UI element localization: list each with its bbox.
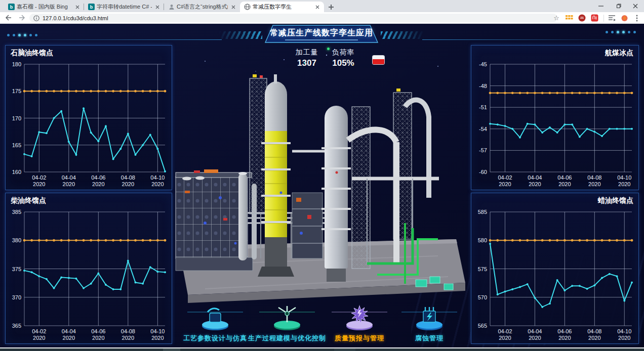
jetfuel-freezing-chart[interactable]: -60-57-54-51-48-4504-02202004-04202004-0…	[472, 59, 638, 189]
browser-window: 嘉石榴 - 国内版 Bing 字符串转datetime C# - 国内版 B C…	[0, 0, 644, 351]
svg-text:-48: -48	[479, 83, 487, 89]
diesel-endpoint-chart[interactable]: 36537037538038504-02202004-04202004-0620…	[6, 207, 171, 343]
svg-text:570: 570	[478, 294, 487, 300]
svg-text:04-06: 04-06	[91, 328, 105, 334]
windows-taskbar-edge[interactable]	[0, 348, 644, 351]
minimize-button[interactable]	[592, 0, 610, 12]
close-window-button[interactable]	[627, 0, 644, 12]
panel-jetfuel-freezing-point: 航煤冰点 -60-57-54-51-48-4504-02202004-04202…	[471, 45, 639, 190]
svg-text:-60: -60	[479, 169, 487, 175]
address-bar[interactable]: 127.0.0.1/cdu3d/cdu3.html	[29, 14, 557, 22]
panel-naphtha-endpoint: 石脑油终馏点 16016517017518004-02202004-042020…	[5, 45, 172, 190]
header-hatch-left	[219, 31, 262, 39]
bing-favicon	[88, 4, 95, 10]
digital-twin-dashboard: 常减压生产线数字孪生应用 加工量 1307 负荷率 105%	[0, 24, 644, 347]
svg-text:-51: -51	[479, 104, 487, 110]
svg-text:04-06: 04-06	[557, 328, 572, 334]
page-title: 常减压生产线数字孪生应用	[265, 28, 378, 38]
svg-text:04-04: 04-04	[62, 174, 76, 181]
panel-title: 柴油终馏点	[6, 193, 172, 206]
panel-diesel-endpoint: 柴油终馏点 36537037538038504-02202004-0420200…	[5, 193, 172, 344]
svg-text:04-04: 04-04	[528, 328, 542, 334]
svg-text:165: 165	[12, 142, 21, 148]
svg-text:04-08: 04-08	[587, 328, 601, 334]
panel-title: 航煤冰点	[471, 46, 638, 59]
back-button[interactable]	[2, 13, 14, 23]
svg-text:2020: 2020	[618, 181, 630, 187]
svg-text:160: 160	[12, 169, 21, 175]
csdn-favicon	[168, 4, 175, 10]
svg-text:2020: 2020	[529, 335, 541, 341]
svg-text:04-10: 04-10	[617, 328, 631, 334]
extension-flame-icon[interactable]	[619, 13, 630, 23]
svg-text:2020: 2020	[92, 181, 104, 187]
bookmark-star-icon[interactable]: ☆	[551, 13, 562, 23]
svg-text:2020: 2020	[499, 181, 511, 187]
tab-close-icon[interactable]	[74, 4, 81, 11]
decor-dots-right	[606, 31, 636, 33]
window-controls	[592, 0, 644, 12]
svg-text:04-08: 04-08	[121, 174, 135, 181]
header-line-right	[422, 39, 644, 40]
svg-text:04-06: 04-06	[557, 174, 572, 181]
globe-favicon	[244, 4, 251, 10]
svg-text:2020: 2020	[63, 335, 75, 341]
svg-text:04-10: 04-10	[150, 174, 165, 181]
menu-kebab-icon[interactable]	[631, 13, 642, 23]
header-line-left	[0, 39, 222, 40]
svg-text:385: 385	[12, 209, 21, 215]
svg-text:04-08: 04-08	[587, 174, 601, 181]
svg-text:2020: 2020	[499, 335, 511, 341]
svg-text:04-04: 04-04	[62, 328, 76, 334]
svg-text:170: 170	[12, 115, 21, 121]
svg-text:585: 585	[478, 209, 487, 215]
tab-close-icon[interactable]	[230, 4, 237, 11]
svg-text:2020: 2020	[63, 181, 75, 187]
svg-text:2020: 2020	[122, 335, 134, 341]
svg-text:-57: -57	[479, 147, 487, 153]
panel-title: 石脑油终馏点	[6, 46, 172, 59]
svg-text:2020: 2020	[33, 181, 45, 187]
decor-dots-left	[7, 34, 37, 36]
svg-text:-54: -54	[479, 126, 487, 132]
svg-text:365: 365	[12, 323, 21, 329]
svg-text:04-06: 04-06	[91, 174, 105, 181]
svg-text:-45: -45	[479, 61, 487, 67]
svg-text:2020: 2020	[558, 181, 571, 187]
forward-button[interactable]	[16, 13, 28, 23]
svg-text:2020: 2020	[92, 335, 104, 341]
refinery-3d-model[interactable]	[175, 46, 468, 305]
svg-text:370: 370	[12, 294, 21, 300]
svg-text:04-02: 04-02	[32, 174, 46, 181]
url-text[interactable]: 127.0.0.1/cdu3d/cdu3.html	[43, 15, 108, 21]
svg-text:375: 375	[12, 266, 21, 272]
extension-red-square-icon[interactable]	[589, 13, 600, 23]
tab-bing-search[interactable]: 嘉石榴 - 国内版 Bing	[4, 2, 84, 12]
svg-text:2020: 2020	[588, 181, 600, 187]
new-tab-button[interactable]	[325, 2, 337, 12]
corrosion-management-icon	[401, 305, 457, 333]
panel-waxoil-endpoint: 蜡油终馏点 56557057558058504-02202004-0420200…	[471, 193, 639, 344]
naphtha-endpoint-chart[interactable]: 16016517017518004-02202004-04202004-0620…	[6, 59, 171, 189]
tab-digital-twin-active[interactable]: 常减压数字孪生	[240, 2, 324, 12]
waxoil-endpoint-chart[interactable]: 56557057558058504-02202004-04202004-0620…	[472, 207, 638, 343]
svg-text:2020: 2020	[33, 335, 45, 341]
extension-grid-icon[interactable]	[564, 13, 575, 23]
maximize-button[interactable]	[610, 0, 627, 12]
tab-csdn-article[interactable]: C#语言之“string格式的日期时间	[164, 2, 240, 12]
svg-text:2020: 2020	[558, 335, 571, 341]
svg-text:380: 380	[12, 237, 21, 243]
svg-text:2020: 2020	[618, 335, 630, 341]
media-list-icon[interactable]	[606, 13, 617, 23]
extension-red-circle-icon[interactable]	[576, 13, 587, 23]
tab-strip: 嘉石榴 - 国内版 Bing 字符串转datetime C# - 国内版 B C…	[0, 0, 644, 12]
tab-datetime-search[interactable]: 字符串转datetime C# - 国内版 B	[84, 2, 164, 12]
info-icon[interactable]	[33, 15, 39, 21]
page-title-banner: 常减压生产线数字孪生应用	[265, 25, 378, 43]
tab-close-icon[interactable]	[154, 4, 161, 11]
nav-item-corrosion-management[interactable]: 腐蚀管理	[374, 305, 485, 343]
tab-close-icon[interactable]	[314, 4, 321, 11]
svg-text:2020: 2020	[588, 335, 600, 341]
panel-title: 蜡油终馏点	[471, 193, 638, 206]
bing-favicon	[8, 4, 15, 10]
